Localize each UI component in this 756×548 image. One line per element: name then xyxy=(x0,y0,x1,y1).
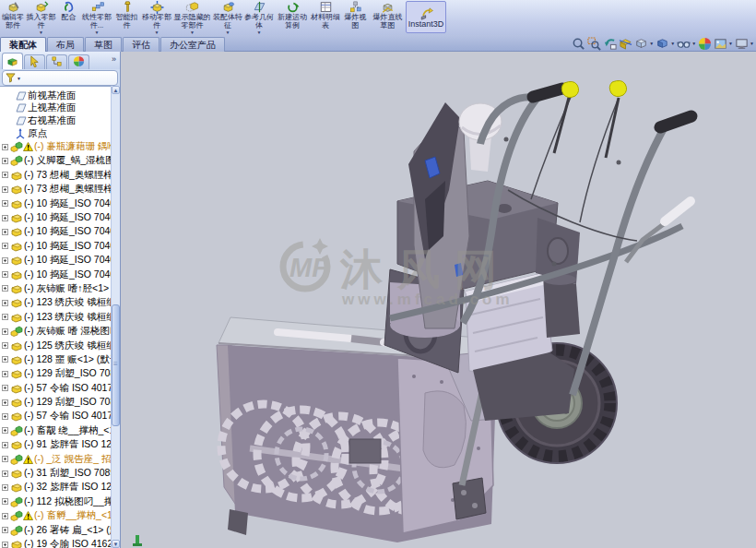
tree-scrollbar[interactable]: ▲ ▼ xyxy=(111,86,120,548)
toolbar-button-linear-component-pattern[interactable]: 线性零部件...▼ xyxy=(81,0,112,34)
tree-item[interactable]: (-) 57 令输 ISO 4017 - M xyxy=(0,381,111,395)
expand-toggle-icon[interactable] xyxy=(2,271,8,278)
tree-item[interactable]: (-) 10 捣延_ISO 7040-M8 xyxy=(0,225,111,239)
zoom-to-fit-button[interactable] xyxy=(572,37,585,51)
expand-toggle-icon[interactable] xyxy=(2,285,8,292)
expand-toggle-icon[interactable] xyxy=(2,442,8,448)
toolbar-button-insert-component[interactable]: 插入零部件▼ xyxy=(26,0,56,34)
dropdown-arrow-icon[interactable]: ▼ xyxy=(95,30,100,34)
tree-item[interactable]: (-) 灰铈赈 嗜 湿桡图叼_< xyxy=(0,324,111,338)
dropdown-arrow-icon[interactable]: ▼ xyxy=(670,41,675,46)
tree-item[interactable]: (-) 10 捣延_ISO 7040-M8 xyxy=(0,239,111,253)
panel-tab-featuremanager-design-tree[interactable] xyxy=(2,53,23,69)
display-style-button[interactable]: ▼ xyxy=(656,37,675,51)
expand-toggle-icon[interactable] xyxy=(2,257,8,264)
expand-toggle-icon[interactable] xyxy=(2,513,8,519)
dropdown-arrow-icon[interactable]: ▼ xyxy=(750,41,754,46)
panel-tab-display-manager[interactable] xyxy=(68,54,89,69)
dropdown-arrow-icon[interactable]: ▼ xyxy=(257,30,262,34)
tree-item[interactable]: (-) 10 捣延_ISO 7040-M8 xyxy=(0,268,111,281)
tab-草图[interactable]: 草图 xyxy=(85,37,122,53)
tree-item[interactable]: (-) 125 绣庆竣 锇桓细眍_ xyxy=(0,339,111,352)
apply-scene-button[interactable]: ▼ xyxy=(714,37,733,51)
expand-toggle-icon[interactable] xyxy=(2,229,8,235)
expand-toggle-icon[interactable] xyxy=(2,427,8,434)
expand-toggle-icon[interactable] xyxy=(2,314,8,320)
expand-toggle-icon[interactable] xyxy=(2,456,8,462)
dropdown-arrow-icon[interactable]: ▼ xyxy=(728,41,733,46)
tree-item[interactable]: (-) 129 刮塑_ISO 7089 - xyxy=(0,367,111,381)
expand-toggle-icon[interactable] xyxy=(2,144,8,150)
panel-tab-configuration-manager[interactable] xyxy=(46,54,67,69)
tab-装配体[interactable]: 装配体 xyxy=(0,37,46,53)
toolbar-button-show-hidden-components[interactable]: 显示隐藏的零部件▼ xyxy=(172,0,212,34)
toolbar-button-exploded-view[interactable]: 爆炸视图 xyxy=(341,0,370,34)
tree-item[interactable]: (-) 128 噩 赈<1> (默认 xyxy=(0,352,111,366)
dropdown-arrow-icon[interactable]: ▼ xyxy=(691,41,696,46)
tree-item[interactable]: (-) 19 令腧 ISO 4162 - M xyxy=(0,537,111,548)
tree-item[interactable]: (-) 畜觏 绕__撑枘_<1> ( xyxy=(0,423,111,437)
tab-评估[interactable]: 评估 xyxy=(123,37,159,53)
expand-toggle-icon[interactable] xyxy=(2,385,8,391)
tree-item[interactable]: 右视基准面 xyxy=(0,114,111,127)
tree-item[interactable]: (-) 57 令输 ISO 4017 - M xyxy=(0,410,111,423)
expand-toggle-icon[interactable] xyxy=(2,542,8,548)
tree-item[interactable]: (-) 畜孵__撑枘_<1> (默 xyxy=(0,509,111,523)
tree-item[interactable]: (-) 义脚覆_蜗_湿梳图冠_< xyxy=(0,154,111,168)
tree-item[interactable]: 原点 xyxy=(0,127,111,140)
tree-item[interactable]: (-) 73 想楜_奥螺脛梓屑荄 xyxy=(0,183,111,197)
tree-item[interactable]: (-) 褰瓶濂藉珊 鍝嗰_< xyxy=(0,139,111,153)
expand-toggle-icon[interactable] xyxy=(2,158,8,164)
expand-toggle-icon[interactable] xyxy=(2,527,8,533)
toolbar-button-reference-geometry[interactable]: 参考几何体▼ xyxy=(243,0,275,34)
scrollbar-up-arrow[interactable]: ▲ xyxy=(112,86,120,94)
dropdown-arrow-icon[interactable]: ▼ xyxy=(155,30,159,34)
dropdown-arrow-icon[interactable]: ▼ xyxy=(39,30,43,34)
expand-toggle-icon[interactable] xyxy=(2,399,8,406)
tree-item[interactable]: (-) 31 刮塑_ISO 7089 - 8 xyxy=(0,466,111,480)
expand-toggle-icon[interactable] xyxy=(2,215,8,221)
expand-toggle-icon[interactable] xyxy=(2,300,8,306)
tree-item[interactable]: (-) 32 毖胖眚 ISO 1234-2 xyxy=(0,481,111,494)
tree-item[interactable]: (-) 91 毖胖眚 ISO 1234-4 xyxy=(0,438,111,452)
dropdown-arrow-icon[interactable]: ▼ xyxy=(190,30,195,34)
filter-dropdown-arrow[interactable]: ▼ xyxy=(17,76,21,81)
toolbar-button-move-component[interactable]: 移动零部件▼ xyxy=(141,0,172,34)
expand-toggle-icon[interactable] xyxy=(2,471,8,477)
tree-item[interactable]: (-) 123 绣庆竣 锇桓细眍_ xyxy=(0,310,111,324)
hide-show-items-button[interactable]: ▼ xyxy=(677,37,696,51)
expand-toggle-icon[interactable] xyxy=(2,342,8,349)
expand-toggle-icon[interactable] xyxy=(2,498,8,505)
tree-item[interactable]: (-) 10 捣延_ISO 7040-M8 xyxy=(0,254,111,268)
toolbar-button-new-motion-study[interactable]: 新建运动算例 xyxy=(275,0,310,34)
section-view-button[interactable] xyxy=(619,37,632,51)
expand-toggle-icon[interactable] xyxy=(2,172,8,178)
panel-overflow-chevron[interactable]: » xyxy=(112,54,116,64)
dropdown-arrow-icon[interactable]: ▼ xyxy=(649,41,654,46)
graphics-viewport[interactable]: MF 沐风网 www.mfcad.com xyxy=(121,52,756,548)
toolbar-button-bill-of-materials[interactable]: 材料明细表 xyxy=(310,0,341,34)
expand-toggle-icon[interactable] xyxy=(2,356,8,363)
tree-item[interactable]: 前视基准面 xyxy=(0,89,111,102)
view-settings-button[interactable]: ▼ xyxy=(735,37,754,51)
tree-item[interactable]: (-) 112 拟桡图叼__撑枘_< xyxy=(0,494,111,508)
tab-布局[interactable]: 布局 xyxy=(47,37,84,53)
tree-item[interactable]: (-) 灰铈赈 嗜↑胫<1> (奥 xyxy=(0,281,111,295)
previous-view-button[interactable] xyxy=(603,37,617,51)
toolbar-button-edit-component[interactable]: 编辑零部件 xyxy=(0,0,26,34)
tree-item[interactable]: (-) 10 捣延_ISO 7040-M8 xyxy=(0,210,111,224)
expand-toggle-icon[interactable] xyxy=(2,200,8,207)
toolbar-button-mate[interactable]: 配合 xyxy=(56,0,81,34)
tree-item[interactable]: (-) 26 署铸 扁_<1> (默认 xyxy=(0,523,111,537)
expand-toggle-icon[interactable] xyxy=(2,186,8,193)
view-orientation-button[interactable]: ▼ xyxy=(634,37,654,51)
tree-item[interactable]: (-) 123 绣庆竣 锇桓细眍_ xyxy=(0,296,111,310)
scrollbar-down-arrow[interactable]: ▼ xyxy=(112,540,120,548)
dropdown-arrow-icon[interactable]: ▼ xyxy=(226,30,230,34)
tree-filter-bar[interactable]: ▼ xyxy=(2,70,118,86)
zoom-to-area-button[interactable] xyxy=(587,37,601,51)
expand-toggle-icon[interactable] xyxy=(2,413,8,420)
expand-toggle-icon[interactable] xyxy=(2,371,8,377)
toolbar-button-explode-line-sketch[interactable]: 爆炸直线草图 xyxy=(370,0,406,34)
tree-item[interactable]: 上视基准面 xyxy=(0,102,111,115)
